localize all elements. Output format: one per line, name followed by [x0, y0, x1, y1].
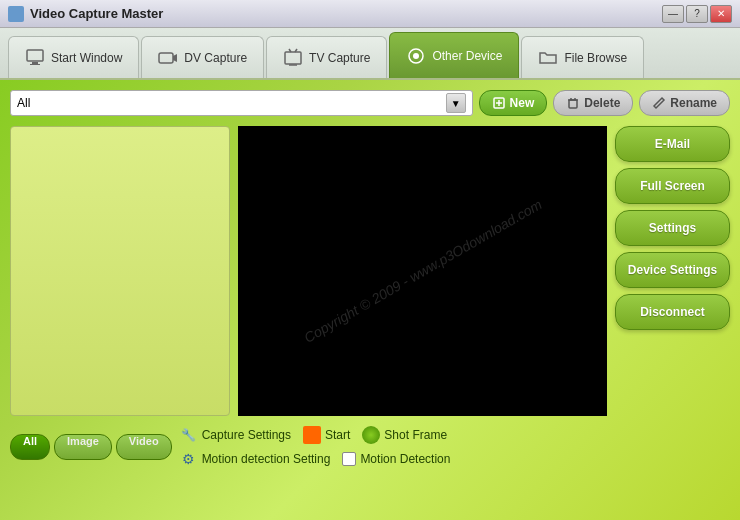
tab-dv-capture[interactable]: DV Capture — [141, 36, 264, 78]
new-button[interactable]: New — [479, 90, 548, 116]
monitor-icon — [25, 48, 45, 68]
svg-rect-2 — [30, 64, 40, 65]
wrench-icon: 🔧 — [180, 426, 198, 444]
video-watermark: Copyright © 2009 - www.p3Odownload.com — [301, 196, 544, 346]
device-settings-button[interactable]: Device Settings — [615, 252, 730, 288]
shot-icon — [362, 426, 380, 444]
right-spacer — [615, 426, 730, 468]
bottom-row-1: 🔧 Capture Settings Start Shot Frame — [180, 426, 615, 444]
device-icon — [406, 46, 426, 66]
title-bar: Video Capture Master — ? ✕ — [0, 0, 740, 28]
settings-button[interactable]: Settings — [615, 210, 730, 246]
capture-settings-button[interactable]: 🔧 Capture Settings — [180, 426, 291, 444]
filter-image-button[interactable]: Image — [54, 434, 112, 460]
tab-tv-capture[interactable]: TV Capture — [266, 36, 387, 78]
svg-rect-0 — [27, 50, 43, 61]
checkbox-input[interactable] — [342, 452, 356, 466]
delete-button[interactable]: Delete — [553, 90, 633, 116]
start-icon — [303, 426, 321, 444]
minimize-button[interactable]: — — [662, 5, 684, 23]
tv-icon — [283, 48, 303, 68]
left-panel — [10, 126, 230, 416]
svg-rect-3 — [159, 53, 173, 63]
filter-all-button[interactable]: All — [10, 434, 50, 460]
help-button[interactable]: ? — [686, 5, 708, 23]
app-icon — [8, 6, 24, 22]
rename-button[interactable]: Rename — [639, 90, 730, 116]
email-button[interactable]: E-Mail — [615, 126, 730, 162]
svg-rect-1 — [32, 62, 38, 64]
motion-detection-checkbox[interactable]: Motion Detection — [342, 452, 450, 466]
svg-rect-5 — [285, 52, 301, 64]
right-action-buttons: E-Mail Full Screen Settings Device Setti… — [615, 126, 730, 416]
new-icon — [492, 96, 506, 110]
profile-dropdown[interactable]: All ▼ — [10, 90, 473, 116]
folder-icon — [538, 48, 558, 68]
svg-rect-14 — [569, 100, 577, 108]
tab-other-device[interactable]: Other Device — [389, 32, 519, 78]
toolbar: All ▼ New Delete Rename — [10, 90, 730, 116]
title-bar-title: Video Capture Master — [8, 6, 163, 22]
tab-start-window[interactable]: Start Window — [8, 36, 139, 78]
close-button[interactable]: ✕ — [710, 5, 732, 23]
main-content: All ▼ New Delete Rename Copyright © 2009… — [0, 80, 740, 520]
svg-point-10 — [413, 53, 419, 59]
window-controls: — ? ✕ — [662, 5, 732, 23]
filter-video-button[interactable]: Video — [116, 434, 172, 460]
fullscreen-button[interactable]: Full Screen — [615, 168, 730, 204]
bottom-controls: All Image Video 🔧 Capture Settings Start… — [10, 426, 730, 468]
rename-icon — [652, 96, 666, 110]
delete-icon — [566, 96, 580, 110]
disconnect-button[interactable]: Disconnect — [615, 294, 730, 330]
dropdown-arrow-icon: ▼ — [446, 93, 466, 113]
filter-buttons: All Image Video — [10, 426, 172, 468]
tab-file-browse[interactable]: File Browse — [521, 36, 644, 78]
camera-icon — [158, 48, 178, 68]
tab-bar: Start Window DV Capture TV Capture Other… — [0, 28, 740, 80]
content-row: Copyright © 2009 - www.p3Odownload.com E… — [10, 126, 730, 416]
video-preview: Copyright © 2009 - www.p3Odownload.com — [238, 126, 607, 416]
bottom-row-2: ⚙ Motion detection Setting Motion Detect… — [180, 450, 615, 468]
gear-icon: ⚙ — [180, 450, 198, 468]
motion-detection-setting-button[interactable]: ⚙ Motion detection Setting — [180, 450, 331, 468]
start-button[interactable]: Start — [303, 426, 350, 444]
shot-frame-button[interactable]: Shot Frame — [362, 426, 447, 444]
bottom-right-controls: 🔧 Capture Settings Start Shot Frame ⚙ Mo… — [180, 426, 615, 468]
